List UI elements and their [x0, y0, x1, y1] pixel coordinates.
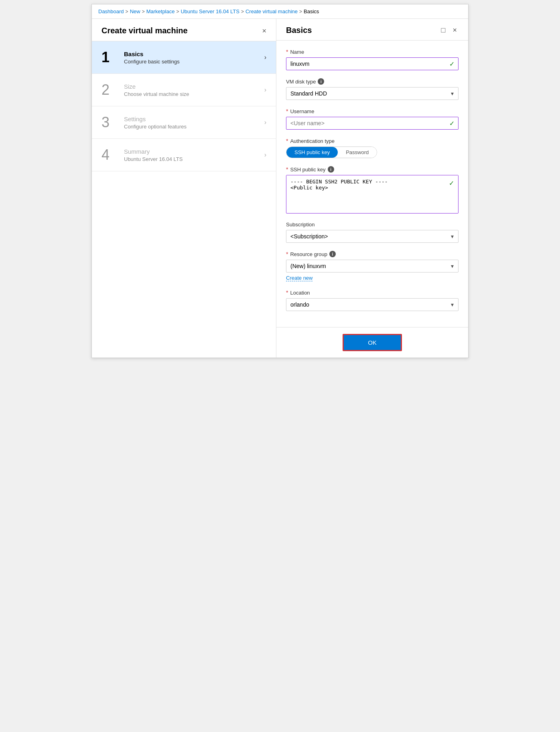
breadcrumb-new[interactable]: New: [130, 8, 140, 14]
name-input-wrapper: ✓: [286, 57, 459, 70]
create-new-link[interactable]: Create new: [286, 275, 312, 281]
step-item-1[interactable]: 1 Basics Configure basic settings ›: [92, 41, 276, 74]
left-panel: Create virtual machine × 1 Basics Config…: [92, 19, 276, 358]
step-number-3: 3: [101, 115, 121, 130]
step-item-3[interactable]: 3 Settings Configure optional features ›: [92, 106, 276, 139]
breadcrumb: Dashboard > New > Marketplace > Ubuntu S…: [92, 4, 468, 19]
step-subtitle-2: Choose virtual machine size: [124, 91, 264, 97]
ok-button[interactable]: OK: [343, 334, 402, 351]
location-required-star: *: [286, 289, 288, 296]
main-container: Dashboard > New > Marketplace > Ubuntu S…: [91, 4, 469, 358]
subscription-label: Subscription: [286, 222, 459, 228]
vm-disk-select-wrapper: Standard HDD Standard SSD Premium SSD ▾: [286, 87, 459, 100]
ssh-check-icon: ✓: [449, 179, 454, 187]
step-content-1: Basics Configure basic settings: [121, 51, 264, 65]
name-label-text: Name: [290, 49, 304, 55]
step-item-4[interactable]: 4 Summary Ubuntu Server 16.04 LTS ›: [92, 139, 276, 171]
ssh-key-textarea[interactable]: [286, 175, 458, 211]
right-panel-header: Basics □ ×: [276, 19, 468, 41]
subscription-select-wrapper: <Subscription> ▾: [286, 230, 459, 243]
right-panel-close-button[interactable]: ×: [451, 25, 459, 35]
step-content-3: Settings Configure optional features: [121, 116, 264, 130]
username-required-star: *: [286, 108, 288, 114]
right-panel-title: Basics: [286, 26, 312, 35]
vm-disk-label: VM disk type i: [286, 78, 459, 85]
step-arrow-1: ›: [264, 54, 266, 61]
resource-group-group: * Resource group i (New) linuxvm ▾ Creat…: [286, 251, 459, 281]
breadcrumb-marketplace[interactable]: Marketplace: [146, 8, 175, 14]
ssh-key-label-text: SSH public key: [290, 167, 325, 173]
steps-list: 1 Basics Configure basic settings › 2 Si…: [92, 41, 276, 358]
username-label: * Username: [286, 108, 459, 114]
step-title-2: Size: [124, 83, 264, 90]
step-item-2[interactable]: 2 Size Choose virtual machine size ›: [92, 74, 276, 106]
vm-disk-label-text: VM disk type: [286, 79, 316, 85]
maximize-button[interactable]: □: [440, 25, 447, 35]
password-toggle[interactable]: Password: [338, 147, 377, 158]
ssh-key-group: * SSH public key i ✓: [286, 166, 459, 214]
ssh-required-star: *: [286, 166, 288, 173]
subscription-label-text: Subscription: [286, 222, 315, 228]
step-title-4: Summary: [124, 148, 264, 155]
step-subtitle-4: Ubuntu Server 16.04 LTS: [124, 156, 264, 162]
step-arrow-4: ›: [264, 151, 266, 159]
breadcrumb-create-vm[interactable]: Create virtual machine: [246, 8, 298, 14]
name-required-star: *: [286, 49, 288, 55]
right-panel-footer: OK: [276, 327, 468, 358]
ssh-key-toggle[interactable]: SSH public key: [286, 147, 338, 158]
breadcrumb-sep-5: >: [299, 9, 302, 14]
right-panel-actions: □ ×: [440, 25, 459, 35]
breadcrumb-dashboard[interactable]: Dashboard: [98, 8, 124, 14]
breadcrumb-current: Basics: [304, 8, 319, 14]
name-group: * Name ✓: [286, 49, 459, 70]
name-input[interactable]: [286, 57, 459, 70]
subscription-group: Subscription <Subscription> ▾: [286, 222, 459, 243]
breadcrumb-ubuntu[interactable]: Ubuntu Server 16.04 LTS: [181, 8, 239, 14]
name-label: * Name: [286, 49, 459, 55]
step-title-3: Settings: [124, 116, 264, 122]
breadcrumb-sep-4: >: [241, 9, 244, 14]
resource-group-required-star: *: [286, 251, 288, 257]
resource-group-info-icon[interactable]: i: [329, 251, 336, 257]
step-content-2: Size Choose virtual machine size: [121, 83, 264, 97]
breadcrumb-sep-1: >: [126, 9, 128, 14]
username-input-wrapper: ✓: [286, 117, 459, 130]
step-arrow-2: ›: [264, 86, 266, 94]
left-panel-close-button[interactable]: ×: [262, 27, 266, 35]
step-number-1: 1: [101, 50, 121, 65]
content-area: Create virtual machine × 1 Basics Config…: [92, 19, 468, 358]
resource-group-select-wrapper: (New) linuxvm ▾: [286, 260, 459, 272]
auth-toggle-group: SSH public key Password: [286, 146, 377, 158]
auth-type-label: * Authentication type: [286, 138, 459, 144]
step-title-1: Basics: [124, 51, 264, 57]
subscription-select[interactable]: <Subscription>: [286, 230, 459, 243]
step-number-2: 2: [101, 83, 121, 97]
username-check-icon: ✓: [449, 120, 454, 127]
location-label-text: Location: [290, 290, 310, 296]
resource-group-label-text: Resource group: [290, 251, 327, 257]
username-label-text: Username: [290, 108, 314, 114]
breadcrumb-sep-3: >: [176, 9, 179, 14]
form-body: * Name ✓ VM disk type i: [276, 41, 468, 327]
location-select[interactable]: orlando: [286, 298, 459, 311]
location-group: * Location orlando ▾: [286, 289, 459, 311]
vm-disk-select[interactable]: Standard HDD Standard SSD Premium SSD: [286, 87, 459, 100]
step-arrow-3: ›: [264, 119, 266, 126]
vm-disk-info-icon[interactable]: i: [318, 78, 324, 85]
username-input[interactable]: [286, 117, 459, 130]
right-panel: Basics □ × * Name ✓: [276, 19, 468, 358]
location-label: * Location: [286, 289, 459, 296]
auth-type-group: * Authentication type SSH public key Pas…: [286, 138, 459, 158]
resource-group-select[interactable]: (New) linuxvm: [286, 260, 459, 272]
resource-group-label: * Resource group i: [286, 251, 459, 257]
breadcrumb-sep-2: >: [142, 9, 145, 14]
left-panel-title: Create virtual machine: [101, 26, 188, 35]
auth-type-label-text: Authentication type: [290, 138, 335, 144]
vm-disk-group: VM disk type i Standard HDD Standard SSD…: [286, 78, 459, 100]
ssh-textarea-wrapper: ✓: [286, 175, 459, 214]
ssh-key-info-icon[interactable]: i: [328, 166, 334, 173]
name-check-icon: ✓: [449, 60, 454, 68]
step-subtitle-1: Configure basic settings: [124, 59, 264, 65]
left-panel-header: Create virtual machine ×: [92, 19, 276, 41]
ssh-key-label: * SSH public key i: [286, 166, 459, 173]
